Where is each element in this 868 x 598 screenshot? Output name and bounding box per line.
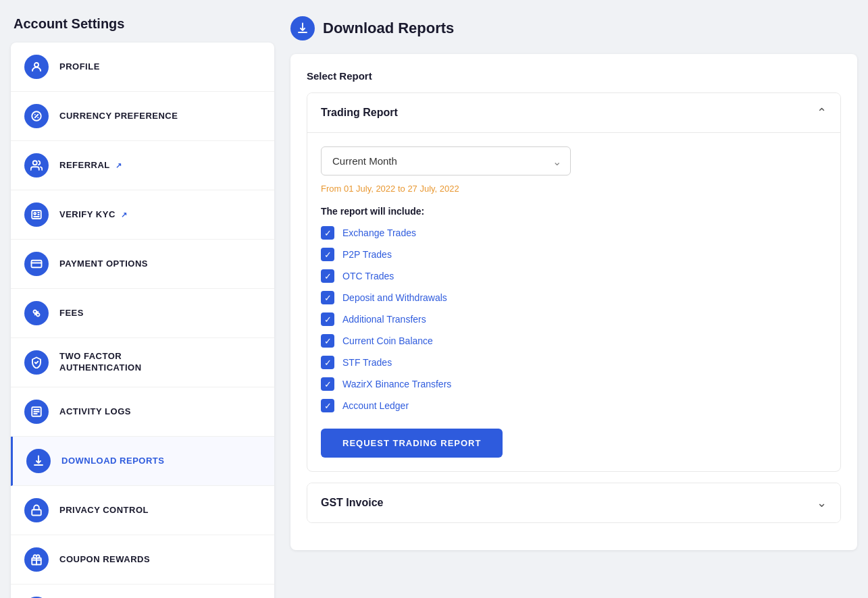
sidebar-item-label-fees: FEES bbox=[59, 308, 84, 319]
download-reports-icon bbox=[26, 449, 51, 473]
svg-point-6 bbox=[34, 310, 37, 314]
checkbox-item-exchange-trades[interactable]: ✓ Exchange Trades bbox=[321, 226, 827, 240]
checkbox-wazirx-binance-transfers[interactable]: ✓ bbox=[321, 377, 334, 391]
activity-logs-icon bbox=[24, 400, 49, 424]
request-trading-report-button[interactable]: REQUEST TRADING REPORT bbox=[321, 429, 503, 458]
trading-report-body: Current Month Last Month Last 3 Months L… bbox=[307, 132, 840, 471]
fees-icon bbox=[24, 301, 49, 325]
svg-point-4 bbox=[34, 213, 36, 215]
checkbox-label-stf-trades: STF Trades bbox=[342, 357, 392, 368]
trading-report-accordion-header[interactable]: Trading Report ⌃ bbox=[307, 93, 840, 132]
shield-icon bbox=[24, 350, 49, 375]
sidebar-item-profile[interactable]: PROFILE bbox=[11, 43, 274, 92]
checkbox-p2p-trades[interactable]: ✓ bbox=[321, 248, 334, 261]
checkbox-item-deposit-withdrawals[interactable]: ✓ Deposit and Withdrawals bbox=[321, 291, 827, 304]
sidebar-item-activity-logs[interactable]: ACTIVITY LOGS bbox=[11, 387, 274, 437]
sidebar-item-label-privacy: PRIVACY CONTROL bbox=[59, 505, 149, 516]
main-header-icon bbox=[290, 16, 315, 40]
content-panel: Select Report Trading Report ⌃ Current M… bbox=[290, 54, 857, 550]
sidebar-nav: PROFILE CURRENCY PREFERENCE REFERRAL ↗ V… bbox=[11, 43, 274, 598]
sidebar-item-label-kyc: VERIFY KYC ↗ bbox=[59, 209, 127, 221]
checkbox-label-account-ledger: Account Ledger bbox=[342, 400, 409, 411]
sidebar-item-payment-options[interactable]: PAYMENT OPTIONS bbox=[11, 240, 274, 289]
checkbox-item-p2p-trades[interactable]: ✓ P2P Trades bbox=[321, 248, 827, 261]
page-title: Download Reports bbox=[323, 20, 454, 37]
svg-rect-3 bbox=[32, 211, 41, 219]
checkbox-item-current-coin-balance[interactable]: ✓ Current Coin Balance bbox=[321, 334, 827, 348]
checkbox-label-wazirx-binance-transfers: WazirX Binance Transfers bbox=[342, 379, 451, 389]
checkbox-label-otc-trades: OTC Trades bbox=[342, 271, 394, 281]
svg-point-0 bbox=[34, 63, 39, 67]
checkbox-current-coin-balance[interactable]: ✓ bbox=[321, 334, 334, 348]
checkbox-label-p2p-trades: P2P Trades bbox=[342, 249, 392, 260]
checkbox-item-account-ledger[interactable]: ✓ Account Ledger bbox=[321, 399, 827, 412]
svg-point-7 bbox=[36, 313, 40, 317]
main-content: Download Reports Select Report Trading R… bbox=[290, 16, 857, 598]
checkbox-otc-trades[interactable]: ✓ bbox=[321, 269, 334, 283]
profile-icon bbox=[24, 55, 49, 79]
select-report-label: Select Report bbox=[307, 70, 841, 82]
sidebar-item-label-coupon: COUPON REWARDS bbox=[59, 554, 150, 566]
sidebar-item-label-2fa: TWO FACTORAUTHENTICATION bbox=[59, 351, 142, 374]
svg-rect-5 bbox=[32, 261, 42, 268]
checkbox-list: ✓ Exchange Trades ✓ P2P Trades ✓ OTC Tra… bbox=[321, 226, 827, 412]
sidebar-item-privacy-control[interactable]: PRIVACY CONTROL bbox=[11, 486, 274, 535]
external-link-icon: ↗ bbox=[116, 161, 122, 169]
sidebar-item-coupon-rewards[interactable]: COUPON REWARDS bbox=[11, 535, 274, 585]
sidebar-item-api-key-manager[interactable]: API KEY MANAGER bbox=[11, 585, 274, 598]
report-includes-label: The report will include: bbox=[321, 206, 827, 217]
svg-rect-9 bbox=[32, 510, 41, 515]
sidebar-item-verify-kyc[interactable]: VERIFY KYC ↗ bbox=[11, 190, 274, 240]
sidebar-item-fees[interactable]: FEES bbox=[11, 289, 274, 338]
checkbox-label-deposit-withdrawals: Deposit and Withdrawals bbox=[342, 292, 447, 303]
sidebar: Account Settings PROFILE CURRENCY PREFER… bbox=[11, 16, 274, 598]
trading-report-title: Trading Report bbox=[321, 107, 398, 119]
checkbox-stf-trades[interactable]: ✓ bbox=[321, 356, 334, 369]
gift-icon bbox=[24, 547, 49, 572]
svg-point-2 bbox=[33, 161, 37, 165]
sidebar-item-label-referral: REFERRAL ↗ bbox=[59, 160, 122, 171]
referral-icon bbox=[24, 153, 49, 178]
period-dropdown[interactable]: Current Month Last Month Last 3 Months L… bbox=[321, 146, 571, 175]
checkbox-account-ledger[interactable]: ✓ bbox=[321, 399, 334, 412]
gst-invoice-accordion-header[interactable]: GST Invoice ⌄ bbox=[307, 483, 840, 522]
gst-invoice-title: GST Invoice bbox=[321, 497, 383, 509]
date-range-text: From 01 July, 2022 to 27 July, 2022 bbox=[321, 184, 827, 194]
checkbox-item-additional-transfers[interactable]: ✓ Additional Transfers bbox=[321, 312, 827, 326]
sidebar-item-label-payment: PAYMENT OPTIONS bbox=[59, 259, 148, 270]
sidebar-item-label-profile: PROFILE bbox=[59, 61, 100, 73]
kyc-icon bbox=[24, 202, 49, 227]
sidebar-item-label-activity: ACTIVITY LOGS bbox=[59, 406, 131, 418]
chevron-up-icon: ⌃ bbox=[817, 105, 827, 120]
checkbox-item-stf-trades[interactable]: ✓ STF Trades bbox=[321, 356, 827, 369]
checkbox-deposit-withdrawals[interactable]: ✓ bbox=[321, 291, 334, 304]
sidebar-item-two-factor-auth[interactable]: TWO FACTORAUTHENTICATION bbox=[11, 338, 274, 387]
sidebar-item-label-currency: CURRENCY PREFERENCE bbox=[59, 111, 178, 122]
sidebar-item-download-reports[interactable]: DOWNLOAD REPORTS bbox=[11, 437, 274, 486]
trading-report-accordion: Trading Report ⌃ Current Month Last Mont… bbox=[307, 92, 841, 472]
checkbox-additional-transfers[interactable]: ✓ bbox=[321, 312, 334, 326]
checkbox-item-wazirx-binance-transfers[interactable]: ✓ WazirX Binance Transfers bbox=[321, 377, 827, 391]
sidebar-title: Account Settings bbox=[11, 16, 274, 32]
period-dropdown-wrapper: Current Month Last Month Last 3 Months L… bbox=[321, 146, 571, 175]
lock-icon bbox=[24, 498, 49, 522]
chevron-down-icon: ⌄ bbox=[817, 495, 827, 510]
checkbox-exchange-trades[interactable]: ✓ bbox=[321, 226, 334, 240]
sidebar-item-referral[interactable]: REFERRAL ↗ bbox=[11, 141, 274, 190]
main-header: Download Reports bbox=[290, 16, 857, 40]
kyc-external-icon: ↗ bbox=[121, 211, 128, 219]
sidebar-item-currency-preference[interactable]: CURRENCY PREFERENCE bbox=[11, 92, 274, 141]
gst-invoice-accordion: GST Invoice ⌄ bbox=[307, 483, 841, 523]
checkbox-label-additional-transfers: Additional Transfers bbox=[342, 314, 426, 325]
checkbox-item-otc-trades[interactable]: ✓ OTC Trades bbox=[321, 269, 827, 283]
checkbox-label-current-coin-balance: Current Coin Balance bbox=[342, 335, 433, 346]
checkbox-label-exchange-trades: Exchange Trades bbox=[342, 227, 416, 238]
sidebar-item-label-download: DOWNLOAD REPORTS bbox=[61, 456, 164, 467]
payment-icon bbox=[24, 252, 49, 276]
currency-icon bbox=[24, 104, 49, 128]
